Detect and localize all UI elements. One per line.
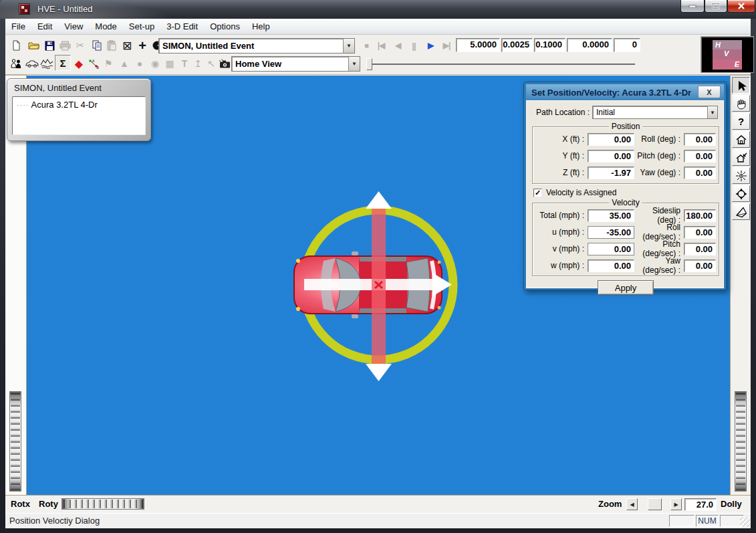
camera-icon [219, 59, 231, 69]
open-file-button[interactable] [25, 37, 41, 54]
w-field[interactable]: 0.00 [588, 259, 634, 272]
camera-view-button[interactable] [217, 56, 233, 72]
rotx-thumbwheel[interactable] [9, 391, 21, 492]
cut-button: ✂ [72, 37, 88, 54]
sim-frame-field[interactable]: 0 [614, 38, 640, 52]
home-view-button[interactable] [732, 131, 750, 148]
view-mode-button[interactable] [732, 95, 750, 112]
menu-3d-edit[interactable]: 3-D Edit [160, 19, 204, 33]
time-slider[interactable] [366, 58, 636, 71]
zoom-decrease-button[interactable]: ◀ [626, 498, 638, 510]
playback-mode-button[interactable]: ◆ [71, 56, 87, 72]
new-file-button[interactable] [8, 37, 24, 54]
view-all-button[interactable] [732, 167, 750, 184]
zoom-increase-button[interactable]: ▶ [670, 498, 682, 510]
save-button[interactable] [41, 37, 57, 54]
view-combo[interactable]: Home View ▼ [231, 56, 360, 72]
app-icon[interactable] [19, 3, 30, 15]
menu-view[interactable]: View [58, 19, 89, 33]
event-tree-title: SIMON, Untitled Event [14, 83, 102, 93]
yaw-rate-field[interactable]: 0.00 [684, 259, 716, 272]
dialog-close-button[interactable]: X [698, 86, 721, 98]
path-location-combo[interactable]: Initial ▼ [592, 106, 718, 119]
menu-setup[interactable]: Set-up [123, 19, 160, 33]
resize-grip[interactable] [740, 517, 750, 527]
seek-button[interactable] [732, 185, 750, 202]
save-icon [45, 41, 55, 51]
vehicles-mode-button[interactable] [24, 56, 40, 72]
set-home-view-button[interactable] [732, 149, 750, 166]
velocity-assigned-checkbox[interactable]: ✓ [533, 189, 542, 197]
title-bar[interactable]: HVE - Untitled [0, 0, 756, 19]
step-back-button: ◀ [390, 37, 406, 54]
velocity-assigned-row[interactable]: ✓ Velocity is Assigned [533, 188, 616, 197]
right-arrow-icon: ▶ [674, 502, 678, 508]
path-location-dropdown-button[interactable]: ▼ [707, 106, 717, 118]
event-combo-dropdown-button[interactable]: ▼ [343, 39, 354, 53]
chevron-down-icon: ▼ [346, 43, 352, 49]
pitch-rate-field[interactable]: 0.00 [684, 243, 716, 255]
trajectory-tool-button[interactable]: AB [86, 56, 102, 72]
pitch-field[interactable]: 0.00 [684, 150, 716, 163]
environment-mode-button[interactable] [39, 56, 55, 72]
y-field[interactable]: 0.00 [588, 150, 634, 163]
lamp-icon: ↥ [194, 58, 202, 69]
time-slider-handle[interactable] [366, 58, 372, 70]
menu-help[interactable]: Help [246, 19, 276, 33]
play-button[interactable]: ▶ [422, 37, 438, 54]
roll-label: Roll (deg) : [634, 134, 684, 144]
pitch-rate-label: Pitch (deg/sec) : [634, 239, 684, 258]
yaw-field[interactable]: 0.00 [684, 167, 716, 179]
sideslip-label: Sideslip (deg) : [634, 206, 684, 225]
roll-field[interactable]: 0.00 [684, 133, 716, 146]
svg-text:A: A [92, 59, 95, 63]
chevron-down-icon: ▼ [710, 110, 715, 116]
menu-edit[interactable]: Edit [31, 19, 58, 33]
roll-rate-field[interactable]: 0.00 [684, 226, 716, 239]
copy-button[interactable] [89, 37, 105, 54]
menu-mode[interactable]: Mode [89, 19, 123, 33]
sim-step-field[interactable]: 0.0025 [501, 38, 533, 52]
v-label: v (mph) : [535, 244, 588, 253]
event-tree-list[interactable]: ···· Acura 3.2TL 4-Dr [12, 96, 146, 135]
open-folder-icon [28, 40, 39, 51]
time-slider-track[interactable] [370, 64, 635, 65]
velocity-group: Velocity Total (mph) : 35.00 Sideslip (d… [532, 203, 719, 276]
roty-thumbwheel[interactable] [61, 498, 144, 510]
u-field: -35.00 [588, 226, 634, 239]
zoom-value-field[interactable]: 27.0 [684, 498, 717, 511]
cursor-arrow-icon [735, 80, 747, 92]
z-field[interactable]: -1.97 [588, 167, 634, 179]
pick-mode-button[interactable] [732, 77, 750, 94]
dolly-thumbwheel[interactable] [735, 391, 747, 492]
cut-icon: ✂ [76, 39, 85, 51]
event-combo[interactable]: SIMON, Untitled Event ▼ [158, 38, 355, 54]
apply-button[interactable]: Apply [598, 280, 654, 295]
menu-options[interactable]: Options [204, 19, 246, 33]
sideslip-field[interactable]: 180.00 [684, 209, 716, 222]
maximize-button[interactable] [705, 0, 727, 13]
sim-output-interval-field[interactable]: 0.1000 [534, 38, 565, 52]
delete-object-button[interactable]: ⊠ [119, 37, 135, 54]
tree-item-vehicle[interactable]: ···· Acura 3.2TL 4-Dr [17, 100, 98, 110]
minimize-button[interactable] [680, 0, 705, 13]
event-mode-button[interactable]: Σ [55, 55, 71, 71]
menu-file[interactable]: File [5, 19, 31, 33]
dialog-title-bar[interactable]: Set Position/Velocity: Acura 3.2TL 4-Dr … [526, 84, 724, 100]
y-axis-arrow-down-icon [366, 364, 392, 381]
zoom-slider-thumb[interactable] [648, 498, 662, 510]
add-object-button[interactable]: + [134, 37, 150, 54]
sim-current-time-field[interactable]: 0.0000 [567, 38, 612, 52]
total-field[interactable]: 35.00 [588, 209, 634, 222]
status-message: Position Veloctiy Dialog [9, 516, 100, 526]
view-combo-dropdown-button[interactable]: ▼ [348, 57, 360, 71]
perspective-toggle-button[interactable] [732, 203, 750, 220]
x-field[interactable]: 0.00 [588, 133, 634, 146]
sim-end-time-field[interactable]: 5.0000 [456, 38, 500, 52]
humans-mode-button[interactable] [8, 56, 24, 72]
maximize-icon [712, 3, 720, 9]
event-combo-value: SIMON, Untitled Event [159, 41, 343, 51]
close-button[interactable] [727, 0, 755, 13]
help-button[interactable]: ? [732, 113, 750, 130]
menu-bar: File Edit View Mode Set-up 3-D Edit Opti… [5, 19, 751, 35]
